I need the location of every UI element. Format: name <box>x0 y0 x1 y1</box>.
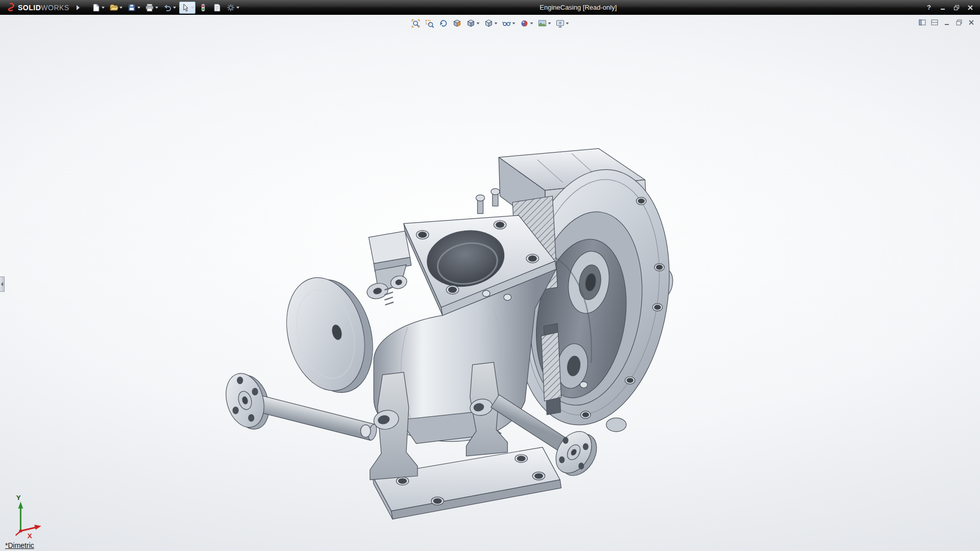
zoom-to-fit-icon <box>411 19 421 28</box>
view-settings-icon <box>556 19 565 28</box>
featuremanager-pane-icon <box>918 18 926 27</box>
chevron-down-icon[interactable] <box>495 22 498 24</box>
select-button[interactable] <box>179 2 195 14</box>
document-window-controls <box>917 17 976 27</box>
orientation-triad[interactable]: Y X <box>16 494 41 540</box>
doc-close-button[interactable] <box>966 17 976 27</box>
display-style-button[interactable] <box>483 17 499 30</box>
window-controls: ? <box>924 3 980 12</box>
spring-coil <box>385 287 393 305</box>
heads-up-toolbar <box>410 17 571 30</box>
menu-flyout-arrow[interactable] <box>77 5 80 10</box>
split-pane-icon <box>930 18 939 27</box>
graphics-viewport[interactable]: Y X <box>0 15 980 551</box>
file-properties-icon <box>212 3 222 12</box>
minimize-button[interactable] <box>938 3 947 12</box>
undo-arrow-icon <box>163 3 172 12</box>
chevron-down-icon[interactable] <box>119 7 122 9</box>
restore-button[interactable] <box>952 3 961 12</box>
gear-icon <box>226 3 235 12</box>
previous-view-button[interactable] <box>437 17 450 30</box>
rebuild-button[interactable] <box>197 2 209 14</box>
document-title: EngineCasing [Read-only] <box>540 4 617 11</box>
display-style-icon <box>484 19 494 28</box>
restore-icon <box>953 5 960 11</box>
zoom-to-area-button[interactable] <box>424 17 436 30</box>
side-bracket[interactable] <box>365 231 411 305</box>
chevron-down-icon[interactable] <box>173 7 176 9</box>
zoom-to-fit-button[interactable] <box>410 17 422 30</box>
solidworks-logo: SOLIDWORKS <box>0 0 75 15</box>
chevron-down-icon[interactable] <box>137 7 140 9</box>
edit-appearance-button[interactable] <box>519 17 535 30</box>
triad-x-label: X <box>28 532 32 540</box>
undo-button[interactable] <box>161 2 178 14</box>
apply-scene-icon <box>538 19 547 28</box>
show-featuremanager-button[interactable] <box>917 17 927 27</box>
new-document-button[interactable] <box>90 2 106 14</box>
select-cursor-icon <box>181 3 190 12</box>
appearance-ball-icon <box>520 19 529 28</box>
previous-view-icon <box>439 19 448 28</box>
engine-casing-model[interactable]: Y X <box>0 15 980 551</box>
section-view-icon <box>453 19 462 28</box>
print-button[interactable] <box>143 2 160 14</box>
title-bar: SOLIDWORKS <box>0 0 980 15</box>
dassault-logo-icon <box>5 3 15 13</box>
chevron-down-icon[interactable] <box>102 7 105 9</box>
view-settings-button[interactable] <box>554 17 571 30</box>
triad-y-label: Y <box>16 494 21 502</box>
rebuild-traffic-light-icon <box>199 3 208 12</box>
restore-icon <box>955 18 963 27</box>
chevron-down-icon[interactable] <box>530 22 533 24</box>
main-toolbar <box>90 2 241 14</box>
minimize-icon <box>940 5 946 11</box>
chevron-left-icon <box>1 282 3 286</box>
featuremanager-collapse-handle[interactable] <box>0 277 5 292</box>
split-pane-button[interactable] <box>929 17 939 27</box>
chevron-down-icon[interactable] <box>191 7 194 9</box>
chevron-down-icon[interactable] <box>566 22 569 24</box>
help-button[interactable]: ? <box>924 3 934 12</box>
new-document-icon <box>91 3 101 12</box>
print-icon <box>145 3 154 12</box>
hide-show-glasses-icon <box>502 19 511 28</box>
chevron-down-icon[interactable] <box>236 7 239 9</box>
zoom-to-area-icon <box>425 19 434 28</box>
close-button[interactable] <box>966 3 975 12</box>
hide-show-items-button[interactable] <box>501 17 517 30</box>
chevron-down-icon[interactable] <box>548 22 551 24</box>
close-icon <box>967 5 973 11</box>
save-button[interactable] <box>126 2 142 14</box>
section-view-button[interactable] <box>451 17 463 30</box>
options-button[interactable] <box>225 2 241 14</box>
close-icon <box>967 18 975 27</box>
chevron-down-icon[interactable] <box>512 22 516 24</box>
doc-restore-button[interactable] <box>954 17 964 27</box>
save-floppy-icon <box>127 3 136 12</box>
chevron-down-icon[interactable] <box>155 7 158 9</box>
view-orientation-button[interactable] <box>465 17 481 30</box>
doc-minimize-button[interactable] <box>942 17 951 27</box>
view-orientation-label: *Dimetric <box>5 541 34 549</box>
chevron-down-icon[interactable] <box>477 22 480 24</box>
file-properties-button[interactable] <box>211 2 223 14</box>
apply-scene-button[interactable] <box>536 17 553 30</box>
view-orientation-cube-icon <box>467 19 476 28</box>
open-folder-icon <box>109 3 118 12</box>
minimize-icon <box>943 18 951 27</box>
open-button[interactable] <box>108 2 124 14</box>
solidworks-wordmark: SOLIDWORKS <box>18 4 69 12</box>
